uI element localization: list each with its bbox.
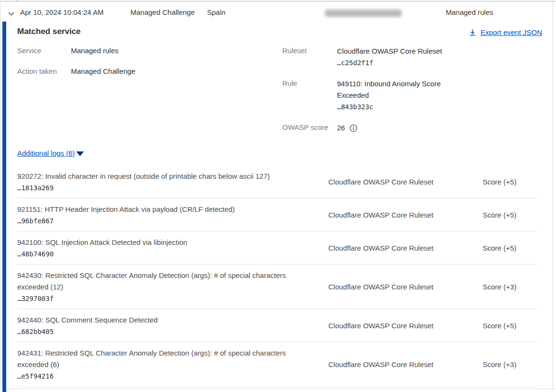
log-score: Score (+5)	[483, 178, 538, 186]
field-owasp-score: OWASP score 26	[282, 122, 484, 134]
log-score: Score (+3)	[483, 283, 538, 291]
log-rule-description: 942100: SQL Injection Attack Detected vi…	[17, 238, 187, 246]
download-icon	[469, 29, 476, 36]
additional-logs-toggle[interactable]: Additional logs (6)	[17, 149, 84, 157]
owasp-score-value: 26	[337, 122, 345, 134]
log-row: 920272: Invalid character in request (ou…	[17, 165, 538, 198]
log-ruleset-name: Cloudflare OWASP Core Ruleset	[328, 322, 483, 330]
log-rule-description: 920272: Invalid character in request (ou…	[17, 172, 270, 180]
export-event-json-link[interactable]: Export event JSON	[469, 28, 542, 36]
event-detail-panel: Apr 10, 2024 10:04:24 AM Managed Challen…	[0, 0, 556, 392]
rule-id-hash: …843b323c	[337, 101, 454, 113]
log-ruleset-name: Cloudflare OWASP Core Ruleset	[328, 360, 483, 369]
log-rule-hash: …682bb405	[17, 326, 317, 337]
log-rule-hash: …96bfe867	[17, 215, 317, 227]
service-fields: Service Managed rules Action taken Manag…	[17, 46, 247, 87]
field-ruleset: Ruleset Cloudflare OWASP Core Ruleset …c…	[282, 46, 484, 69]
log-score: Score (+5)	[483, 244, 538, 252]
log-rule-hash: …e5f94216	[17, 370, 317, 382]
additional-logs-list: 920272: Invalid character in request (ou…	[17, 165, 538, 387]
log-score: Score (+3)	[483, 360, 538, 369]
bottom-divider	[6, 389, 556, 389]
log-ruleset-name: Cloudflare OWASP Core Ruleset	[328, 244, 483, 252]
field-label: OWASP score	[282, 122, 337, 134]
rule-fields: Ruleset Cloudflare OWASP Core Ruleset …c…	[282, 46, 484, 143]
log-rule-description: 942430: Restricted SQL Character Anomaly…	[17, 271, 286, 291]
log-rule-description: 942431: Restricted SQL Character Anomaly…	[17, 349, 286, 369]
log-score: Score (+5)	[483, 211, 538, 219]
field-label: Action taken	[17, 66, 71, 76]
field-label: Rule	[282, 78, 337, 113]
chevron-down-icon	[8, 10, 15, 17]
export-event-json-label: Export event JSON	[481, 28, 542, 36]
additional-logs-label: Additional logs (6)	[17, 149, 75, 157]
log-ruleset-name: Cloudflare OWASP Core Ruleset	[328, 178, 483, 186]
field-service: Service Managed rules	[17, 46, 247, 56]
field-rule: Rule 949110: Inbound Anomaly Score Excee…	[282, 78, 484, 113]
log-score: Score (+5)	[483, 322, 538, 330]
event-row-header[interactable]: Apr 10, 2024 10:04:24 AM Managed Challen…	[0, 6, 553, 20]
right-divider	[553, 1, 553, 390]
expanded-row-accent-bar	[2, 22, 6, 392]
log-ruleset-name: Cloudflare OWASP Core Ruleset	[328, 211, 483, 219]
log-rule-description: 921151: HTTP Header Injection Attack via…	[17, 205, 235, 213]
rule-name: 949110: Inbound Anomaly Score Exceeded	[337, 78, 454, 101]
event-service: Managed rules	[446, 8, 493, 16]
left-divider	[0, 1, 0, 390]
log-row: 942440: SQL Comment Sequence Detected …6…	[17, 309, 538, 342]
event-country: Spain	[207, 8, 225, 16]
ruleset-name: Cloudflare OWASP Core Ruleset	[337, 46, 454, 57]
log-row: 942431: Restricted SQL Character Anomaly…	[17, 342, 538, 387]
field-label: Ruleset	[282, 46, 337, 69]
panel-title: Matched service	[17, 27, 81, 36]
field-value: Managed Challenge	[71, 66, 135, 76]
info-icon[interactable]	[349, 124, 358, 132]
log-row: 942430: Restricted SQL Character Anomaly…	[17, 265, 538, 309]
field-label: Service	[17, 46, 71, 56]
triangle-down-icon	[76, 151, 84, 156]
field-value: Managed rules	[71, 46, 118, 56]
log-row: 942100: SQL Injection Attack Detected vi…	[17, 231, 538, 265]
log-rule-hash: …48b74690	[17, 248, 317, 260]
ruleset-id-hash: …c25d2f1f	[337, 57, 454, 69]
log-rule-hash: …3297003f	[17, 293, 317, 304]
collapse-row-button[interactable]	[6, 9, 16, 18]
log-rule-hash: …1813a269	[17, 182, 317, 194]
event-action: Managed Challenge	[130, 8, 195, 16]
field-action-taken: Action taken Managed Challenge	[17, 66, 247, 76]
log-rule-description: 942440: SQL Comment Sequence Detected	[17, 316, 158, 324]
event-timestamp: Apr 10, 2024 10:04:24 AM	[20, 8, 104, 16]
log-row: 921151: HTTP Header Injection Attack via…	[17, 198, 538, 231]
redacted-value	[325, 10, 402, 17]
log-ruleset-name: Cloudflare OWASP Core Ruleset	[328, 283, 483, 291]
top-divider	[0, 1, 556, 1]
column-divider-remnant	[16, 0, 17, 1]
